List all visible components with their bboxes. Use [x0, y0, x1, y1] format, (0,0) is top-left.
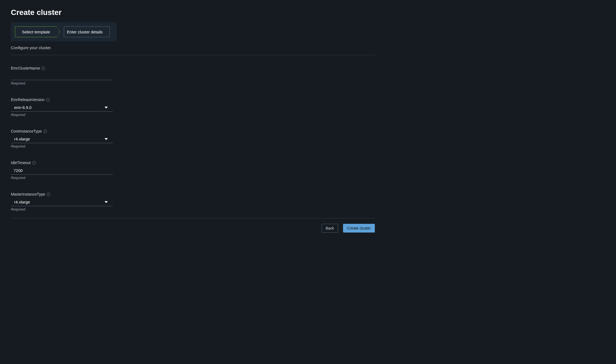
footer-actions: Back Create cluster [11, 224, 375, 233]
core-instance-type-select[interactable]: r4.xlarge [11, 135, 113, 143]
info-icon[interactable]: i [42, 67, 45, 70]
master-instance-type-helper: Required [11, 207, 375, 211]
back-button[interactable]: Back [322, 224, 338, 233]
wizard-step-enter-details[interactable]: Enter cluster details [64, 26, 110, 37]
page-subtitle: Configure your cluster. [11, 45, 375, 50]
wizard-navigation: Select template Enter cluster details [11, 22, 117, 41]
release-version-label: EmrReleaseVersion [11, 98, 45, 102]
release-version-select[interactable]: emr-6.9.0 [11, 103, 113, 112]
info-icon[interactable]: i [46, 98, 50, 102]
release-version-helper: Required [11, 113, 375, 117]
form-group-idle-timeout: IdleTimeout i Required [11, 161, 375, 180]
form-group-cluster-name: EmrClusterName i Required [11, 66, 375, 85]
divider [11, 218, 375, 218]
cluster-name-helper: Required [11, 81, 375, 85]
core-instance-type-helper: Required [11, 144, 375, 148]
form-group-master-instance-type: MasterInstanceType i r4.xlarge Required [11, 192, 375, 211]
page-title: Create cluster [11, 8, 375, 17]
wizard-step-label: Select template [22, 30, 50, 34]
master-instance-type-label: MasterInstanceType [11, 192, 45, 196]
info-icon[interactable]: i [32, 161, 36, 165]
cluster-name-label: EmrClusterName [11, 66, 40, 70]
idle-timeout-label: IdleTimeout [11, 161, 31, 165]
info-icon[interactable]: i [47, 193, 50, 196]
core-instance-type-label: CoreInstanceType [11, 129, 42, 133]
divider [11, 55, 375, 55]
idle-timeout-helper: Required [11, 176, 375, 180]
idle-timeout-input[interactable] [11, 167, 113, 175]
master-instance-type-select[interactable]: r4.xlarge [11, 198, 113, 206]
wizard-step-select-template[interactable]: Select template [15, 26, 57, 37]
form-group-core-instance-type: CoreInstanceType i r4.xlarge Required [11, 129, 375, 148]
info-icon[interactable]: i [43, 130, 47, 133]
wizard-step-label: Enter cluster details [67, 30, 103, 34]
create-cluster-button[interactable]: Create cluster [343, 224, 375, 233]
cluster-name-input[interactable] [11, 72, 113, 80]
form-group-release-version: EmrReleaseVersion i emr-6.9.0 Required [11, 98, 375, 117]
